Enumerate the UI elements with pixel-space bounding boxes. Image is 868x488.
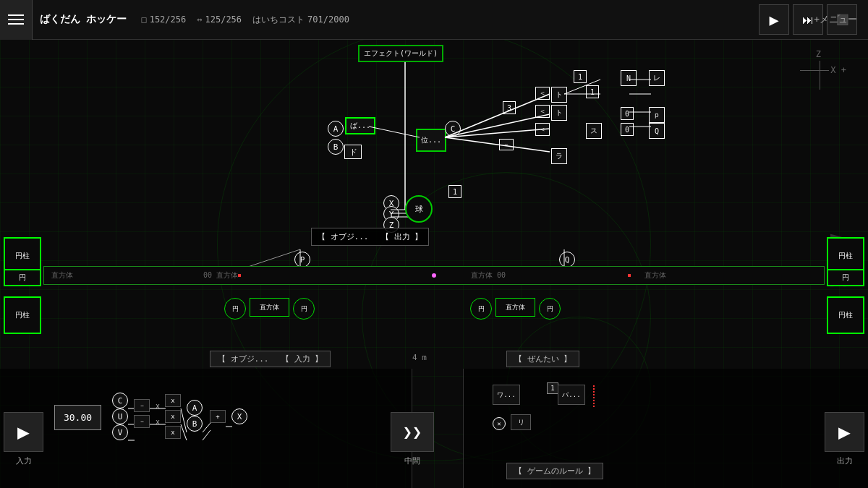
- lt1-node[interactable]: ＜: [535, 87, 550, 100]
- connection-icon: ↔: [197, 14, 202, 25]
- section-game-rules: 【 ゲームのルール 】: [506, 463, 603, 479]
- effect-world-node[interactable]: エフェクト(ワールド): [358, 45, 443, 62]
- bottom-circle-v[interactable]: V: [112, 424, 128, 440]
- section-output: 【 オブジ... 【 入力 】: [210, 351, 331, 367]
- i-node[interactable]: 位...: [416, 129, 446, 152]
- mid-arrow[interactable]: ❯❯: [391, 412, 434, 452]
- graph-minus2[interactable]: －: [134, 415, 150, 428]
- section-zentai: 【 ぜんたい 】: [506, 351, 579, 367]
- svg-line-24: [181, 424, 187, 440]
- graph-plus[interactable]: +: [210, 410, 226, 423]
- header-bar: ばくだん ホッケー □ 152/256 ↔ 125/256 はいちコスト 701…: [0, 0, 868, 40]
- lt3-node[interactable]: ＜: [535, 123, 550, 136]
- value-box: 30.00: [54, 405, 101, 430]
- distance-label: 4 m: [412, 353, 427, 362]
- svg-line-4: [445, 137, 550, 152]
- ba2-node[interactable]: バ...: [558, 385, 585, 405]
- left-circle-node[interactable]: 円: [4, 269, 41, 286]
- track-label3: 直方体 00: [471, 270, 506, 281]
- red-squiggle: [587, 385, 601, 407]
- bottom-circle-a[interactable]: A: [187, 400, 203, 416]
- ri-node[interactable]: リ: [511, 414, 531, 430]
- track-label2: 00 直方体: [203, 270, 238, 281]
- p-node[interactable]: ｐ: [649, 107, 665, 123]
- x-label2: x: [156, 418, 160, 426]
- do-node[interactable]: ド: [344, 145, 362, 159]
- minus-node[interactable]: －: [499, 139, 514, 150]
- track-bar: 直方体 00 直方体 直方体 00 直方体: [43, 266, 825, 285]
- svg-line-2: [445, 114, 550, 137]
- graph-x2[interactable]: x: [165, 410, 181, 423]
- graph-x3[interactable]: x: [165, 426, 181, 439]
- svg-line-26: [203, 430, 210, 440]
- track-circle4[interactable]: 円: [539, 298, 561, 320]
- to-node1[interactable]: ト: [551, 87, 567, 103]
- bottom-circle-b[interactable]: B: [187, 416, 203, 432]
- bottom-circle-u[interactable]: U: [112, 408, 128, 424]
- mid-label: 中間: [391, 455, 434, 466]
- menu-button[interactable]: [0, 0, 33, 40]
- track-circle2[interactable]: 円: [293, 298, 315, 320]
- cost-value: 701/2000: [307, 14, 349, 25]
- num1b-badge[interactable]: 1: [586, 85, 599, 98]
- circle-p[interactable]: P: [294, 252, 310, 267]
- q-node[interactable]: Q: [649, 123, 665, 139]
- graph-x1[interactable]: x: [165, 394, 181, 407]
- num1a-badge[interactable]: 1: [574, 70, 587, 83]
- input-left-arrow[interactable]: ▶: [4, 412, 43, 452]
- ra-node[interactable]: ラ: [551, 148, 567, 164]
- circle-q[interactable]: Q: [559, 252, 575, 267]
- left-cylinder-bottom[interactable]: 円柱: [4, 296, 41, 334]
- n-node[interactable]: N: [621, 70, 637, 86]
- input-label: 入力: [4, 455, 43, 466]
- object-count-stat: □ 152/256: [141, 14, 186, 25]
- object-icon: □: [141, 14, 146, 25]
- to-node2[interactable]: ト: [551, 105, 567, 121]
- track-circle1[interactable]: 円: [224, 298, 246, 320]
- bottom-circle-c[interactable]: C: [112, 393, 128, 408]
- menu-label[interactable]: +メニュー: [814, 13, 857, 26]
- re-node[interactable]: レ: [649, 70, 665, 86]
- bottom-circle-x-out[interactable]: X: [231, 408, 247, 424]
- num1c-badge[interactable]: 1: [448, 185, 461, 198]
- circle-b[interactable]: B: [328, 139, 344, 155]
- lt2-node[interactable]: ＜: [535, 105, 550, 118]
- tama-node[interactable]: 球: [405, 195, 433, 223]
- track-midpoint: [432, 273, 436, 278]
- circle-x-ri[interactable]: ✕: [493, 417, 506, 430]
- cost-label: はいちコスト: [252, 14, 305, 26]
- circle-c[interactable]: C: [445, 121, 461, 137]
- right-circle-node[interactable]: 円: [827, 269, 864, 286]
- app-title: ばくだん ホッケー: [40, 13, 127, 26]
- track-circle3[interactable]: 円: [470, 298, 492, 320]
- num3-badge[interactable]: 3: [503, 101, 516, 114]
- track-kuboid1[interactable]: 直方体: [250, 298, 289, 317]
- tooltip-output: 【 オブジ... 【 出力 】: [311, 228, 429, 246]
- svg-line-1: [445, 94, 550, 137]
- svg-line-23: [181, 408, 187, 432]
- badge1: 1: [547, 382, 558, 394]
- track-kuboid2[interactable]: 直方体: [495, 298, 535, 317]
- play-button[interactable]: ▶: [759, 4, 789, 35]
- header-stats: □ 152/256 ↔ 125/256 はいちコスト 701/2000: [141, 14, 349, 26]
- output-label: 出力: [825, 455, 864, 466]
- wa-node[interactable]: ワ...: [493, 385, 520, 405]
- track-label4: 直方体: [644, 270, 666, 281]
- track-label1: 直方体: [51, 270, 73, 281]
- right-cylinder-bottom[interactable]: 円柱: [827, 296, 864, 334]
- input-panel: ▶ 入力 30.00 C U V － － x x x x x A B + X: [0, 369, 412, 488]
- connection-count-stat: ↔ 125/256: [197, 14, 242, 25]
- cost-stat: はいちコスト 701/2000: [252, 14, 349, 26]
- object-count-value: 152/256: [150, 14, 187, 25]
- connection-count-value: 125/256: [205, 14, 242, 25]
- num0a-badge[interactable]: 0: [621, 107, 634, 120]
- su-node[interactable]: ス: [586, 123, 602, 139]
- svg-line-5: [369, 127, 420, 137]
- num0b-badge[interactable]: 0: [621, 123, 634, 136]
- track-point2: [628, 274, 631, 277]
- ba-node[interactable]: ば...: [345, 117, 375, 134]
- graph-minus1[interactable]: －: [134, 399, 150, 412]
- circle-a[interactable]: A: [328, 121, 344, 137]
- output-right-arrow[interactable]: ▶: [825, 412, 864, 452]
- svg-line-25: [203, 423, 210, 432]
